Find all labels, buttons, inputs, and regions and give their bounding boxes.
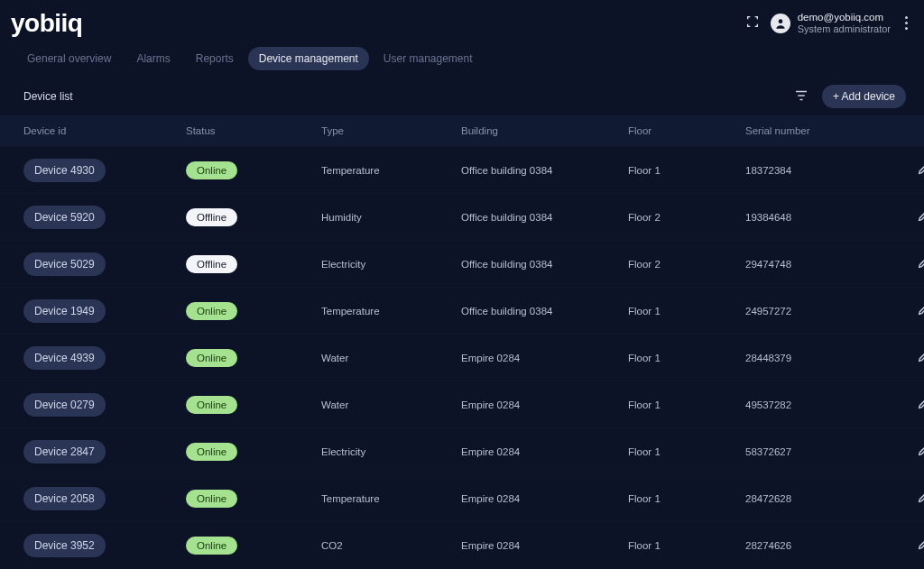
add-device-button[interactable]: + Add device (822, 85, 906, 108)
column-header: Type (321, 125, 461, 136)
user-role: System administrator (798, 23, 891, 35)
cell-serial: 28448379 (745, 353, 881, 363)
app-root: yobiiq demo@yobiiq.com System administra… (0, 0, 924, 569)
cell-serial: 29474748 (745, 259, 881, 270)
cell-floor: Floor 2 (628, 259, 745, 270)
cell-floor: Floor 1 (628, 493, 745, 504)
cell-building: Empire 0284 (461, 353, 628, 363)
status-chip: Online (186, 443, 237, 461)
cell-building: Empire 0284 (461, 399, 628, 410)
table-row: Device 4939OnlineWaterEmpire 0284Floor 1… (0, 334, 924, 381)
table-row: Device 5920OfflineHumidityOffice buildin… (0, 193, 924, 240)
edit-icon[interactable] (917, 490, 924, 507)
avatar-icon (771, 14, 790, 33)
list-sub-header: Device list + Add device (0, 79, 924, 115)
device-table: Device idStatusTypeBuildingFloorSerial n… (0, 115, 924, 568)
status-chip: Offline (186, 208, 237, 226)
status-chip: Online (186, 349, 237, 367)
device-id-chip[interactable]: Device 5920 (23, 206, 106, 229)
column-header: Floor (628, 125, 745, 136)
cell-floor: Floor 2 (628, 212, 745, 223)
user-email: demo@yobiiq.com (798, 12, 891, 23)
status-chip: Online (186, 490, 237, 508)
edit-icon[interactable] (917, 208, 924, 225)
cell-type: Water (321, 399, 461, 410)
table-header-row: Device idStatusTypeBuildingFloorSerial n… (0, 115, 924, 146)
user-text: demo@yobiiq.com System administrator (798, 12, 891, 35)
cell-type: Temperature (321, 493, 461, 504)
cell-type: Humidity (321, 212, 461, 223)
cell-type: Temperature (321, 165, 461, 176)
kebab-menu-icon[interactable] (901, 14, 911, 32)
filter-icon[interactable] (793, 87, 809, 106)
cell-building: Empire 0284 (461, 446, 628, 457)
cell-floor: Floor 1 (628, 353, 745, 363)
table-row: Device 1949OnlineTemperatureOffice build… (0, 287, 924, 334)
cell-building: Office building 0384 (461, 165, 628, 176)
tab-overview[interactable]: General overview (16, 47, 122, 70)
fullscreen-icon[interactable] (745, 14, 760, 32)
cell-serial: 28472628 (745, 493, 881, 504)
status-chip: Offline (186, 255, 237, 273)
device-id-chip[interactable]: Device 0279 (23, 393, 106, 417)
table-row: Device 2058OnlineTemperatureEmpire 0284F… (0, 474, 924, 521)
list-actions: + Add device (793, 85, 906, 108)
device-id-chip[interactable]: Device 4930 (23, 159, 106, 182)
status-chip: Online (186, 302, 237, 320)
cell-building: Office building 0384 (461, 306, 628, 317)
device-id-chip[interactable]: Device 5029 (23, 252, 106, 276)
main-tabs: General overviewAlarmsReportsDevice mana… (0, 41, 924, 79)
cell-floor: Floor 1 (628, 446, 745, 457)
cell-serial: 49537282 (745, 399, 881, 410)
cell-serial: 58372627 (745, 446, 881, 457)
user-block[interactable]: demo@yobiiq.com System administrator (771, 12, 891, 35)
tab-user-management[interactable]: User management (373, 47, 484, 70)
cell-type: Electricity (321, 446, 461, 457)
top-header: yobiiq demo@yobiiq.com System administra… (0, 0, 924, 41)
edit-icon[interactable] (917, 443, 924, 460)
column-header: Building (461, 125, 628, 136)
edit-icon[interactable] (917, 349, 924, 366)
edit-icon[interactable] (917, 255, 924, 272)
cell-serial: 19384648 (745, 212, 881, 223)
table-row: Device 4930OnlineTemperatureOffice build… (0, 146, 924, 193)
cell-serial: 28274626 (745, 540, 881, 551)
device-id-chip[interactable]: Device 4939 (23, 346, 106, 370)
status-chip: Online (186, 396, 237, 414)
status-chip: Online (186, 537, 237, 555)
list-title: Device list (23, 90, 73, 103)
header-right: demo@yobiiq.com System administrator (745, 12, 911, 35)
cell-serial: 24957272 (745, 306, 881, 317)
edit-icon[interactable] (917, 302, 924, 319)
cell-floor: Floor 1 (628, 540, 745, 551)
device-id-chip[interactable]: Device 2058 (23, 487, 106, 510)
cell-building: Empire 0284 (461, 493, 628, 504)
device-id-chip[interactable]: Device 3952 (23, 534, 106, 557)
cell-type: Temperature (321, 306, 461, 317)
edit-icon[interactable] (917, 161, 924, 179)
table-row: Device 0279OnlineWaterEmpire 0284Floor 1… (0, 381, 924, 427)
cell-serial: 18372384 (745, 165, 881, 176)
edit-icon[interactable] (917, 537, 924, 554)
device-id-chip[interactable]: Device 1949 (23, 299, 106, 323)
cell-floor: Floor 1 (628, 399, 745, 410)
device-id-chip[interactable]: Device 2847 (23, 440, 106, 463)
tab-alarms[interactable]: Alarms (125, 47, 180, 70)
cell-building: Office building 0384 (461, 259, 628, 270)
tab-reports[interactable]: Reports (185, 47, 245, 70)
cell-type: CO2 (321, 540, 461, 551)
tab-device-management[interactable]: Device management (248, 47, 369, 70)
column-header: Serial number (745, 125, 881, 136)
table-row: Device 3952OnlineCO2Empire 0284Floor 128… (0, 521, 924, 568)
table-row: Device 2847OnlineElectricityEmpire 0284F… (0, 427, 924, 474)
cell-building: Empire 0284 (461, 540, 628, 551)
table-row: Device 5029OfflineElectricityOffice buil… (0, 240, 924, 287)
status-chip: Online (186, 161, 237, 179)
column-header: Status (186, 125, 321, 136)
brand-logo: yobiiq (11, 9, 82, 38)
cell-floor: Floor 1 (628, 165, 745, 176)
cell-type: Water (321, 353, 461, 363)
svg-point-0 (778, 19, 782, 23)
edit-icon[interactable] (917, 396, 924, 413)
cell-floor: Floor 1 (628, 306, 745, 317)
